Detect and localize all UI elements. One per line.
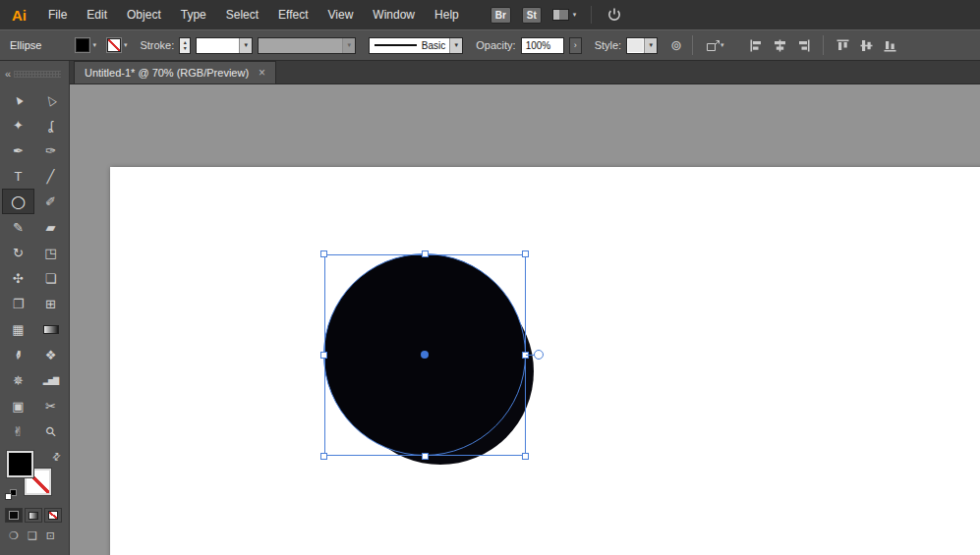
- chevron-down-icon[interactable]: ▾: [644, 38, 657, 53]
- eraser-tool[interactable]: ▰: [34, 214, 67, 240]
- eraser-icon: ▰: [46, 220, 56, 235]
- gradient-tool[interactable]: [34, 316, 67, 342]
- workspace-switcher[interactable]: ▾: [552, 9, 577, 21]
- selection-handle-top-center[interactable]: [422, 250, 429, 257]
- shape-center-point[interactable]: [421, 351, 429, 359]
- rotate-icon: ↻: [13, 246, 24, 260]
- menu-effect[interactable]: Effect: [268, 0, 317, 29]
- align-top-icon[interactable]: [834, 39, 852, 52]
- chevron-down-icon: ▾: [573, 11, 577, 19]
- collapse-panel-button[interactable]: «: [5, 68, 9, 80]
- pencil-tool[interactable]: ✎: [2, 214, 34, 240]
- rotate-tool[interactable]: ↻: [2, 240, 34, 265]
- artboard[interactable]: [110, 167, 980, 555]
- tool-grid: ▲ △ ✦ ʆ ✒ ✑ T ╱ ◯ ✐ ✎ ▰ ↻ ◳ ✣ ❏ ❐ ⊞ ▦ ✒: [0, 86, 69, 444]
- column-graph-tool[interactable]: ▂▅▇: [34, 367, 67, 393]
- selection-tool[interactable]: ▲: [2, 86, 34, 112]
- opacity-flyout-button[interactable]: ›: [569, 37, 582, 54]
- draw-normal-icon[interactable]: ❍: [9, 529, 19, 542]
- step-down-icon[interactable]: ▾: [184, 45, 187, 51]
- menu-bar: Ai File Edit Object Type Select Effect V…: [0, 0, 980, 29]
- menu-window[interactable]: Window: [363, 0, 425, 29]
- free-transform-tool[interactable]: ❏: [34, 265, 67, 291]
- menu-help[interactable]: Help: [425, 0, 469, 29]
- fill-color-control[interactable]: ▾: [76, 38, 96, 52]
- bridge-button[interactable]: Br: [490, 7, 511, 24]
- menu-select[interactable]: Select: [216, 0, 268, 29]
- width-profile-select[interactable]: ▾: [258, 37, 356, 54]
- lasso-tool[interactable]: ʆ: [34, 112, 67, 138]
- opacity-input[interactable]: 100%: [521, 37, 564, 54]
- selection-handle-bottom-center[interactable]: [422, 453, 429, 460]
- type-icon: T: [15, 169, 23, 184]
- hand-tool[interactable]: ✌: [2, 418, 34, 444]
- mesh-tool[interactable]: ▦: [2, 316, 34, 342]
- curvature-tool[interactable]: ✑: [34, 138, 67, 163]
- stroke-none-swatch[interactable]: [107, 38, 121, 52]
- default-fill-stroke-icon[interactable]: [5, 489, 19, 501]
- stroke-weight-select[interactable]: ▾: [196, 37, 253, 54]
- document-tab[interactable]: Untitled-1* @ 70% (RGB/Preview) ×: [74, 61, 276, 83]
- menu-view[interactable]: View: [318, 0, 364, 29]
- symbol-sprayer-tool[interactable]: ✵: [2, 367, 34, 393]
- stroke-weight-stepper[interactable]: ▴ ▾: [179, 37, 191, 54]
- paintbrush-tool[interactable]: ✐: [34, 189, 67, 214]
- recolor-artwork-icon[interactable]: ⊚: [670, 37, 682, 53]
- shape-builder-tool[interactable]: ❐: [2, 291, 34, 316]
- direct-selection-tool[interactable]: △: [34, 86, 67, 112]
- draw-inside-icon[interactable]: ⊡: [46, 529, 55, 542]
- panel-grip[interactable]: [14, 71, 61, 78]
- zoom-icon: ⚲: [42, 422, 59, 439]
- chevron-down-icon[interactable]: ▾: [124, 41, 128, 49]
- none-mode-button[interactable]: [44, 508, 62, 523]
- align-middle-icon[interactable]: [857, 39, 876, 52]
- chevron-down-icon[interactable]: ▾: [239, 38, 252, 53]
- selection-tool-icon: ▲: [10, 90, 27, 108]
- artboard-tool[interactable]: ▣: [2, 393, 34, 418]
- swap-fill-stroke-icon[interactable]: ⇄: [49, 450, 63, 464]
- stroke-color-control[interactable]: ▾: [107, 38, 128, 52]
- width-tool[interactable]: ✣: [2, 265, 34, 291]
- fill-proxy-swatch[interactable]: [7, 451, 33, 477]
- close-icon[interactable]: ×: [259, 66, 265, 80]
- perspective-grid-tool[interactable]: ⊞: [34, 291, 67, 316]
- selection-handle-top-right[interactable]: [522, 250, 529, 257]
- ellipse-tool[interactable]: ◯: [2, 189, 34, 214]
- line-segment-tool[interactable]: ╱: [34, 163, 67, 189]
- align-center-icon[interactable]: [771, 39, 789, 52]
- menu-file[interactable]: File: [38, 0, 77, 29]
- selection-handle-middle-left[interactable]: [320, 352, 327, 359]
- canvas-area[interactable]: [70, 84, 980, 555]
- eyedropper-tool[interactable]: ✒: [2, 342, 34, 367]
- chevron-down-icon[interactable]: ▾: [449, 38, 462, 53]
- color-mode-button[interactable]: [5, 508, 23, 523]
- slice-tool[interactable]: ✂: [34, 393, 67, 418]
- align-bottom-icon[interactable]: [881, 39, 899, 52]
- selection-handle-bottom-right[interactable]: [522, 453, 529, 460]
- transform-dropdown[interactable]: ▾: [703, 39, 727, 52]
- menu-object[interactable]: Object: [117, 0, 171, 29]
- illustrator-window: Ai File Edit Object Type Select Effect V…: [0, 0, 980, 555]
- magic-wand-icon: ✦: [13, 118, 24, 133]
- align-right-icon[interactable]: [794, 39, 813, 52]
- brush-definition-select[interactable]: Basic ▾: [369, 37, 463, 54]
- stock-button[interactable]: St: [522, 7, 542, 24]
- selection-handle-top-left[interactable]: [320, 250, 327, 257]
- menu-edit[interactable]: Edit: [77, 0, 117, 29]
- align-left-icon[interactable]: [747, 39, 766, 52]
- draw-behind-icon[interactable]: ❑: [28, 529, 37, 542]
- pen-tool[interactable]: ✒: [2, 138, 34, 163]
- selection-handle-bottom-left[interactable]: [320, 453, 327, 460]
- live-shape-handle[interactable]: [534, 350, 544, 360]
- menu-type[interactable]: Type: [171, 0, 216, 29]
- fill-color-swatch[interactable]: [76, 38, 89, 52]
- style-select[interactable]: ▾: [626, 37, 658, 54]
- chevron-down-icon[interactable]: ▾: [92, 41, 96, 49]
- gradient-mode-button[interactable]: [25, 508, 42, 523]
- scale-tool[interactable]: ◳: [34, 240, 67, 265]
- magic-wand-tool[interactable]: ✦: [2, 112, 34, 138]
- zoom-tool[interactable]: ⚲: [34, 418, 67, 444]
- blend-tool[interactable]: ❖: [34, 342, 67, 367]
- type-tool[interactable]: T: [2, 163, 34, 189]
- power-hand-icon[interactable]: [606, 7, 622, 24]
